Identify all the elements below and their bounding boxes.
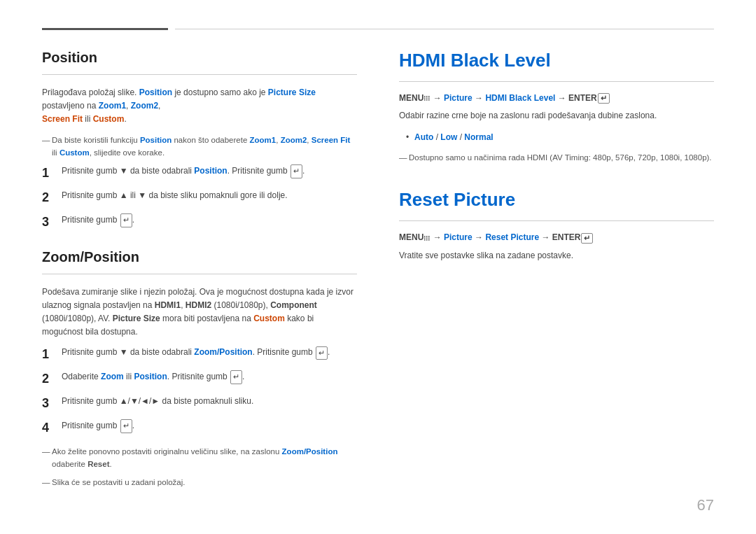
position-note-bold2: Zoom1: [250, 136, 276, 144]
zoom-step-4-text: Pritisnite gumb ↵.: [62, 419, 134, 433]
hdmi-option-low: Low: [440, 132, 457, 142]
right-col: HDMI Black Level MENU⁝⁝⁝ → Picture → HDM…: [399, 50, 714, 506]
position-step-3: 3 Pritisnite gumb ↵.: [42, 213, 357, 232]
reset-picture-section: Reset Picture MENU⁝⁝⁝ → Picture → Reset …: [399, 189, 714, 262]
zoom-step-num-1: 1: [42, 344, 62, 365]
two-col-layout: Position Prilagođava položaj slike. Posi…: [42, 50, 714, 506]
left-col: Position Prilagođava položaj slike. Posi…: [42, 50, 357, 506]
menu-icon-2: ⁝⁝⁝: [424, 234, 430, 242]
position-note1: Da biste koristili funkciju Position nak…: [42, 134, 357, 160]
zoom-step-2: 2 Odaberite Zoom ili Position. Pritisnit…: [42, 370, 357, 389]
zoom-note2: Slika će se postaviti u zadani položaj.: [42, 476, 357, 489]
position-bold2: Picture Size: [268, 87, 316, 97]
enter-icon-z4: ↵: [120, 419, 132, 433]
hdmi-black-level-title: HDMI Black Level: [399, 50, 714, 71]
reset-picture-title: Reset Picture: [399, 189, 714, 211]
position-steps: 1 Pritisnite gumb ▼ da biste odabrali Po…: [42, 164, 357, 232]
step-1-text: Pritisnite gumb ▼ da biste odabrali Posi…: [62, 164, 304, 178]
hdmi-black-level-section: HDMI Black Level MENU⁝⁝⁝ → Picture → HDM…: [399, 50, 714, 164]
enter-icon-hdmi: ↵: [598, 93, 610, 104]
position-note-bold5: Custom: [59, 148, 90, 157]
zoom-position-steps: 1 Pritisnite gumb ▼ da biste odabrali Zo…: [42, 346, 357, 437]
hdmi-option-auto: Auto: [414, 132, 433, 142]
enter-icon-reset: ↵: [581, 233, 593, 244]
top-rule: [42, 28, 714, 30]
enter-icon-z2: ↵: [230, 370, 242, 384]
reset-divider: [399, 220, 714, 221]
reset-desc: Vratite sve postavke slika na zadane pos…: [399, 249, 714, 262]
zoom-position-section: Zoom/Position Podešava zumiranje slike i…: [42, 249, 357, 489]
step-num-1: 1: [42, 163, 62, 183]
hdmi-options: Auto / Low / Normal: [399, 130, 714, 144]
zoom-step-4: 4 Pritisnite gumb ↵.: [42, 419, 357, 438]
enter-icon-1: ↵: [290, 164, 302, 178]
position-divider: [42, 74, 357, 75]
zoom-step-3-text: Pritisnite gumb ▲/▼/◄/► da biste pomaknu…: [62, 395, 253, 408]
hdmi-note1: Dostupno samo u načinima rada HDMI (AV T…: [399, 151, 714, 164]
hdmi-divider: [399, 81, 714, 82]
zoom-step-1-text: Pritisnite gumb ▼ da biste odabrali Zoom…: [62, 346, 330, 360]
page-container: Position Prilagođava položaj slike. Posi…: [0, 0, 756, 534]
hdmi-option-item: Auto / Low / Normal: [406, 130, 714, 144]
position-bold1: Position: [139, 87, 172, 97]
position-intro: Prilagođava položaj slike. Position je d…: [42, 86, 357, 127]
zoom-step-2-text: Odaberite Zoom ili Position. Pritisnite …: [62, 370, 244, 384]
zoom-step-num-2: 2: [42, 369, 62, 389]
zoom-step-num-3: 3: [42, 393, 62, 414]
hdmi-option-normal: Normal: [464, 132, 493, 142]
zoom-note1: Ako želite ponovno postaviti originalnu …: [42, 445, 357, 471]
position-bold6: Custom: [93, 114, 125, 124]
position-note-bold1: Position: [140, 136, 172, 144]
menu-icon-1: ⁝⁝⁝: [424, 94, 430, 102]
position-note-bold3: Zoom2: [281, 136, 307, 144]
step-num-2: 2: [42, 188, 62, 208]
zoom-step-num-4: 4: [42, 418, 62, 438]
step-3-text: Pritisnite gumb ↵.: [62, 213, 134, 227]
position-step-2: 2 Pritisnite gumb ▲ ili ▼ da biste sliku…: [42, 189, 357, 208]
position-bold5: Screen Fit: [42, 114, 83, 124]
position-bold3: Zoom1: [99, 101, 126, 111]
position-note-bold4: Screen Fit: [312, 136, 351, 144]
reset-menu-path: MENU⁝⁝⁝ → Picture → Reset Picture → ENTE…: [399, 232, 714, 243]
zoom-position-title: Zoom/Position: [42, 249, 357, 265]
position-section: Position Prilagođava položaj slike. Posi…: [42, 50, 357, 232]
zoom-step-1: 1 Pritisnite gumb ▼ da biste odabrali Zo…: [42, 346, 357, 365]
hdmi-desc: Odabir razine crne boje na zaslonu radi …: [399, 109, 714, 122]
position-title: Position: [42, 50, 357, 66]
step-2-text: Pritisnite gumb ▲ ili ▼ da biste sliku p…: [62, 189, 288, 202]
zoom-step-3: 3 Pritisnite gumb ▲/▼/◄/► da biste pomak…: [42, 395, 357, 414]
zoom-position-divider: [42, 274, 357, 274]
enter-icon-z1: ↵: [316, 346, 328, 360]
top-rule-thin: [175, 29, 714, 29]
position-bold4: Zoom2: [131, 101, 158, 111]
position-step-1: 1 Pritisnite gumb ▼ da biste odabrali Po…: [42, 164, 357, 183]
top-rule-thick: [42, 28, 168, 30]
enter-icon-3: ↵: [120, 213, 132, 227]
page-number: 67: [697, 496, 714, 514]
zoom-position-intro: Podešava zumiranje slike i njezin položa…: [42, 286, 357, 339]
hdmi-menu-path: MENU⁝⁝⁝ → Picture → HDMI Black Level → E…: [399, 93, 714, 104]
step-num-3: 3: [42, 212, 62, 232]
